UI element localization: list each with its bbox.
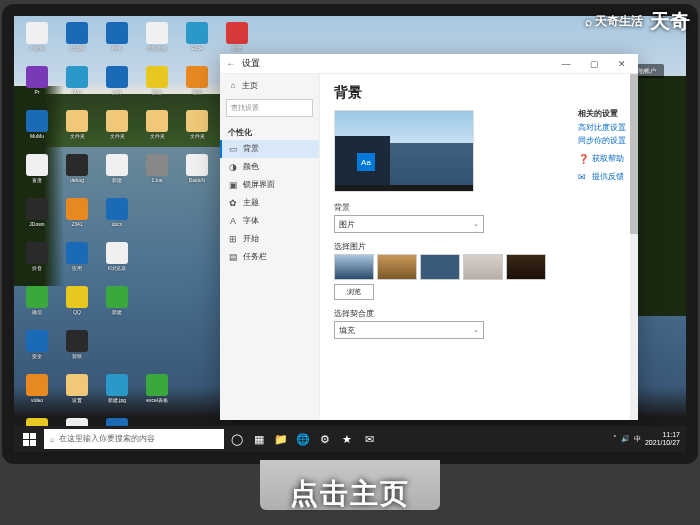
nav-icon: ◑ <box>228 162 238 172</box>
taskbar-app-icon[interactable]: ▦ <box>248 426 270 452</box>
desktop-icon[interactable]: 2341 <box>58 198 96 240</box>
desktop-icon[interactable] <box>138 242 176 284</box>
desktop-icon[interactable]: 抖音 <box>18 242 56 284</box>
nav-item-任务栏[interactable]: ▤任务栏 <box>220 248 319 266</box>
related-link-2[interactable]: 同步你的设置 <box>578 136 626 146</box>
close-button[interactable]: ✕ <box>608 54 636 74</box>
desktop-icon[interactable]: video <box>18 374 56 416</box>
desktop-icon[interactable] <box>98 330 136 372</box>
desktop-icon[interactable] <box>178 242 216 284</box>
taskbar-app-icon[interactable]: ◯ <box>226 426 248 452</box>
background-type-dropdown[interactable]: 图片⌄ <box>334 215 484 233</box>
help-link[interactable]: ❓获取帮助 <box>578 154 626 164</box>
desktop-icon[interactable]: JDown <box>18 198 56 240</box>
settings-window: ← 设置 — ▢ ✕ ⌂ 主页 查找设置 个性化 ▭背景◑颜色▣锁屏界面✿主题A… <box>220 54 638 420</box>
nav-home[interactable]: ⌂ 主页 <box>220 74 319 97</box>
bg-label: 背景 <box>334 202 624 213</box>
desktop-icon[interactable]: 此电脑 <box>58 22 96 64</box>
thumb-5[interactable] <box>506 254 546 280</box>
related-link-1[interactable]: 高对比度设置 <box>578 123 626 133</box>
desktop-icon[interactable] <box>178 286 216 328</box>
maximize-button[interactable]: ▢ <box>580 54 608 74</box>
desktop-icon[interactable]: 文件夹 <box>178 110 216 152</box>
windows-logo-icon <box>23 433 36 446</box>
desktop-icon[interactable] <box>178 374 216 416</box>
chevron-down-icon: ⌄ <box>473 326 479 334</box>
taskbar: ⌕ 在这里输入你要搜索的内容 ◯▦📁🌐⚙★✉ ˄ 🔊 中 11:172021/1… <box>14 426 686 452</box>
desktop-icon[interactable]: 安全 <box>138 66 176 108</box>
page-title: 背景 <box>334 84 624 102</box>
desktop-icon[interactable]: 安全 <box>18 330 56 372</box>
nav-item-字体[interactable]: A字体 <box>220 212 319 230</box>
desktop-icon[interactable] <box>138 286 176 328</box>
desktop-icon[interactable]: 新建 <box>98 154 136 196</box>
desktop-icon[interactable]: 文件夹 <box>138 110 176 152</box>
thumb-4[interactable] <box>463 254 503 280</box>
home-icon: ⌂ <box>228 81 238 91</box>
desktop-icon[interactable]: 剪映 <box>58 330 96 372</box>
settings-nav: ⌂ 主页 查找设置 个性化 ▭背景◑颜色▣锁屏界面✿主题A字体⊞开始▤任务栏 <box>220 74 320 420</box>
desktop-icon[interactable]: 文件夹 <box>58 110 96 152</box>
nav-item-背景[interactable]: ▭背景 <box>220 140 319 158</box>
fit-dropdown[interactable]: 填充⌄ <box>334 321 484 339</box>
scrollbar[interactable] <box>630 74 638 420</box>
taskbar-search[interactable]: ⌕ 在这里输入你要搜索的内容 <box>44 429 224 449</box>
desktop-icon[interactable]: 文件夹 <box>98 110 136 152</box>
desktop-icon[interactable]: K浏览器 <box>98 242 136 284</box>
desktop-icon[interactable]: QQ <box>58 286 96 328</box>
desktop-icon[interactable]: 新建 <box>98 286 136 328</box>
desktop-icon[interactable]: debug <box>58 154 96 196</box>
desktop-icon[interactable]: Pr <box>18 66 56 108</box>
desktop-icon[interactable]: Max <box>58 66 96 108</box>
desktop-icon[interactable]: 百度 <box>18 154 56 196</box>
taskbar-app-icon[interactable]: ★ <box>336 426 358 452</box>
back-icon[interactable]: ← <box>226 59 236 69</box>
desktop-icon[interactable]: 新建.jpg <box>98 374 136 416</box>
system-tray[interactable]: ˄ 🔊 中 11:172021/10/27 <box>613 431 684 446</box>
nav-item-锁屏界面[interactable]: ▣锁屏界面 <box>220 176 319 194</box>
nav-item-颜色[interactable]: ◑颜色 <box>220 158 319 176</box>
desktop-icon[interactable]: 视频 <box>178 66 216 108</box>
taskbar-app-icon[interactable]: 📁 <box>270 426 292 452</box>
thumb-1[interactable] <box>334 254 374 280</box>
desktop-icon[interactable]: 回收站 <box>18 22 56 64</box>
desktop-icon[interactable]: 网络 <box>98 22 136 64</box>
desktop-icon[interactable]: docx <box>98 198 136 240</box>
desktop-icon[interactable] <box>178 198 216 240</box>
taskbar-app-icon[interactable]: 🌐 <box>292 426 314 452</box>
site-logo: ⌕ 天奇生活 天奇 <box>585 8 690 35</box>
nav-icon: ⊞ <box>228 234 238 244</box>
feedback-link[interactable]: ✉提供反馈 <box>578 172 626 182</box>
nav-category: 个性化 <box>220 123 319 140</box>
desktop-icon[interactable]: 设置 <box>58 374 96 416</box>
titlebar: ← 设置 — ▢ ✕ <box>220 54 638 74</box>
thumb-3[interactable] <box>420 254 460 280</box>
desktop-icon[interactable]: 1.bat <box>138 154 176 196</box>
nav-item-开始[interactable]: ⊞开始 <box>220 230 319 248</box>
desktop-icon[interactable]: 微信 <box>18 286 56 328</box>
nav-item-主题[interactable]: ✿主题 <box>220 194 319 212</box>
taskbar-app-icon[interactable]: ✉ <box>358 426 380 452</box>
nav-icon: A <box>228 216 238 226</box>
desktop-icon[interactable]: 控制面板 <box>138 22 176 64</box>
desktop-icon[interactable] <box>138 330 176 372</box>
thumb-2[interactable] <box>377 254 417 280</box>
desktop-icon[interactable] <box>138 198 176 240</box>
related-settings: 相关的设置 高对比度设置 同步你的设置 ❓获取帮助 ✉提供反馈 <box>578 108 626 182</box>
start-button[interactable] <box>16 426 42 452</box>
desktop-icon[interactable]: MuMu <box>18 110 56 152</box>
settings-search[interactable]: 查找设置 <box>226 99 313 117</box>
browse-button[interactable]: 浏览 <box>334 284 374 300</box>
taskbar-app-icon[interactable]: ⚙ <box>314 426 336 452</box>
desktop-icon[interactable]: excel表格 <box>138 374 176 416</box>
desktop-icon[interactable]: Edge <box>178 22 216 64</box>
desktop-icon[interactable]: 应用 <box>58 242 96 284</box>
feedback-icon: ✉ <box>578 172 588 182</box>
minimize-button[interactable]: — <box>552 54 580 74</box>
desktop-icon[interactable] <box>178 330 216 372</box>
magnify-icon: ⌕ <box>585 15 592 29</box>
desktop-icon[interactable]: BaiduN <box>178 154 216 196</box>
desktop-icon[interactable]: 文件 <box>98 66 136 108</box>
taskbar-clock[interactable]: 11:172021/10/27 <box>645 431 680 446</box>
nav-icon: ▣ <box>228 180 238 190</box>
